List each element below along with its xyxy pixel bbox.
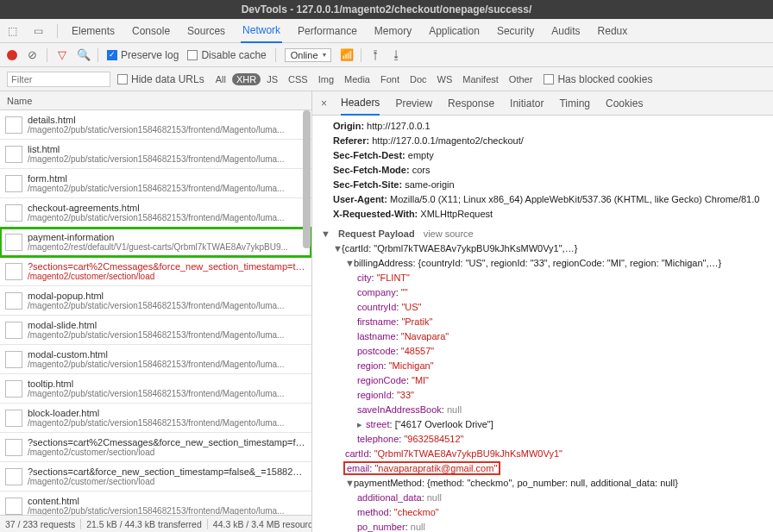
device-icon[interactable]: ▭ bbox=[31, 24, 45, 38]
resource-thumb-icon bbox=[5, 263, 22, 280]
request-path: /magento2/rest/default/V1/guest-carts/Qr… bbox=[28, 242, 306, 252]
request-row[interactable]: payment-information/magento2/rest/defaul… bbox=[0, 228, 311, 257]
resource-thumb-icon bbox=[5, 498, 22, 515]
detail-tab-timing[interactable]: Timing bbox=[559, 91, 590, 116]
tab-console[interactable]: Console bbox=[130, 19, 172, 43]
tab-security[interactable]: Security bbox=[495, 19, 536, 43]
filter-input[interactable] bbox=[7, 72, 110, 87]
tab-memory[interactable]: Memory bbox=[373, 19, 413, 43]
throttle-select[interactable]: Online bbox=[285, 48, 331, 62]
ba-first: "Pratik" bbox=[401, 316, 432, 327]
filter-chip-all[interactable]: All bbox=[211, 73, 230, 85]
filter-chip-media[interactable]: Media bbox=[340, 73, 374, 85]
pm-po: null bbox=[411, 522, 425, 532]
request-path: /magento2/pub/static/version1584682153/f… bbox=[28, 125, 306, 135]
cart-id: "Qrbml7kTWAE8Av7ykpBU9kJhKsMW0Vy1" bbox=[374, 448, 562, 459]
request-name: details.html bbox=[28, 115, 306, 125]
preserve-log-label: Preserve log bbox=[121, 49, 179, 61]
detail-tab-preview[interactable]: Preview bbox=[395, 91, 432, 116]
blocked-cookies-checkbox[interactable]: Has blocked cookies bbox=[544, 73, 652, 85]
search-icon[interactable]: 🔍 bbox=[77, 48, 89, 61]
ba-region: "Michigan" bbox=[389, 360, 434, 371]
inspect-icon[interactable]: ⬚ bbox=[5, 24, 19, 38]
import-icon[interactable]: ⭱ bbox=[370, 48, 382, 61]
clear-icon[interactable]: ⊘ bbox=[26, 48, 38, 61]
filter-chip-xhr[interactable]: XHR bbox=[232, 73, 261, 85]
filter-chip-manifest[interactable]: Manifest bbox=[458, 73, 503, 85]
filter-chip-css[interactable]: CSS bbox=[284, 73, 312, 85]
request-path: /magento2/pub/static/version1584682153/f… bbox=[28, 154, 306, 164]
resource-thumb-icon bbox=[5, 175, 22, 192]
filter-chip-js[interactable]: JS bbox=[262, 73, 282, 85]
request-name: ?sections=cart&force_new_section_timesta… bbox=[28, 466, 306, 477]
payload-root: {cartId: "Qrbml7kTWAE8Av7ykpBU9kJhKsMW0V… bbox=[342, 243, 577, 253]
tab-audits[interactable]: Audits bbox=[550, 19, 581, 43]
request-row[interactable]: modal-popup.html/magento2/pub/static/ver… bbox=[0, 286, 311, 316]
request-row[interactable]: modal-slide.html/magento2/pub/static/ver… bbox=[0, 316, 311, 345]
export-icon[interactable]: ⭳ bbox=[391, 48, 403, 61]
hdr-sfs: same-origin bbox=[405, 179, 454, 190]
resource-thumb-icon bbox=[5, 439, 22, 456]
request-row[interactable]: form.html/magento2/pub/static/version158… bbox=[0, 169, 311, 198]
filter-chip-font[interactable]: Font bbox=[376, 73, 404, 85]
request-row[interactable]: ?sections=cart%2Cmessages&force_new_sect… bbox=[0, 257, 311, 286]
close-icon[interactable]: × bbox=[321, 97, 327, 110]
view-source-link[interactable]: view source bbox=[424, 227, 474, 241]
scrollbar[interactable] bbox=[303, 110, 311, 515]
request-row[interactable]: tooltip.html/magento2/pub/static/version… bbox=[0, 374, 311, 404]
tab-application[interactable]: Application bbox=[427, 19, 481, 43]
name-column-header[interactable]: Name bbox=[0, 91, 311, 110]
tab-performance[interactable]: Performance bbox=[296, 19, 359, 43]
ba-tel: "9632584512" bbox=[404, 434, 463, 444]
request-row[interactable]: ?sections=cart&force_new_section_timesta… bbox=[0, 462, 311, 491]
collapse-icon[interactable]: ▼ bbox=[321, 227, 330, 241]
preserve-log-checkbox[interactable]: Preserve log bbox=[107, 49, 179, 61]
resource-thumb-icon bbox=[5, 322, 22, 339]
filter-icon[interactable]: ▽ bbox=[56, 48, 68, 61]
divider bbox=[361, 48, 361, 62]
email-value: "navaparapratik@gmail.com" bbox=[374, 463, 497, 473]
hide-data-checkbox[interactable]: Hide data URLs bbox=[117, 73, 204, 85]
request-name: form.html bbox=[28, 173, 306, 184]
detail-tab-initiator[interactable]: Initiator bbox=[510, 91, 544, 116]
record-icon[interactable] bbox=[7, 50, 17, 60]
request-row[interactable]: block-loader.html/magento2/pub/static/ve… bbox=[0, 404, 311, 433]
window-title: DevTools - 127.0.0.1/magento2/checkout/o… bbox=[0, 0, 773, 19]
request-row[interactable]: list.html/magento2/pub/static/version158… bbox=[0, 140, 311, 169]
tab-sources[interactable]: Sources bbox=[185, 19, 227, 43]
request-path: /magento2/pub/static/version1584682153/f… bbox=[28, 330, 306, 340]
request-row[interactable]: content.html/magento2/pub/static/version… bbox=[0, 491, 311, 515]
status-bar: 37 / 233 requests 21.5 kB / 44.3 kB tran… bbox=[0, 515, 311, 532]
disable-cache-checkbox[interactable]: Disable cache bbox=[187, 49, 266, 61]
divider bbox=[57, 24, 58, 38]
request-name: modal-slide.html bbox=[28, 320, 306, 330]
detail-tab-response[interactable]: Response bbox=[448, 91, 494, 116]
tab-elements[interactable]: Elements bbox=[70, 19, 116, 43]
ba-city: "FLINT" bbox=[377, 272, 410, 283]
filter-chip-doc[interactable]: Doc bbox=[405, 73, 431, 85]
request-row[interactable]: modal-custom.html/magento2/pub/static/ve… bbox=[0, 345, 311, 374]
request-row[interactable]: ?sections=cart%2Cmessages&force_new_sect… bbox=[0, 433, 311, 462]
filter-chip-img[interactable]: Img bbox=[314, 73, 338, 85]
resource-thumb-icon bbox=[5, 146, 22, 163]
filter-chip-ws[interactable]: WS bbox=[433, 73, 457, 85]
resource-thumb-icon bbox=[5, 234, 22, 251]
payment-method-obj: paymentMethod: {method: "checkmo", po_nu… bbox=[354, 478, 678, 488]
payload-section-title: Request Payload bbox=[338, 227, 415, 241]
request-path: /magento2/pub/static/version1584682153/f… bbox=[28, 418, 306, 428]
request-path: /magento2/customer/section/load bbox=[28, 448, 306, 457]
wifi-icon[interactable]: 📶 bbox=[340, 48, 352, 61]
hdr-origin: http://127.0.0.1 bbox=[367, 121, 430, 131]
detail-tab-headers[interactable]: Headers bbox=[341, 91, 380, 116]
hdr-sfd: empty bbox=[408, 150, 434, 160]
resource-thumb-icon bbox=[5, 116, 22, 134]
request-row[interactable]: checkout-agreements.html/magento2/pub/st… bbox=[0, 198, 311, 228]
resource-thumb-icon bbox=[5, 410, 22, 427]
tab-redux[interactable]: Redux bbox=[596, 19, 630, 43]
hide-data-label: Hide data URLs bbox=[131, 73, 204, 85]
request-row[interactable]: details.html/magento2/pub/static/version… bbox=[0, 110, 311, 140]
filter-chip-other[interactable]: Other bbox=[505, 73, 537, 85]
tab-network[interactable]: Network bbox=[241, 19, 282, 43]
detail-tab-cookies[interactable]: Cookies bbox=[606, 91, 643, 116]
ba-regioncode: "MI" bbox=[412, 375, 429, 385]
